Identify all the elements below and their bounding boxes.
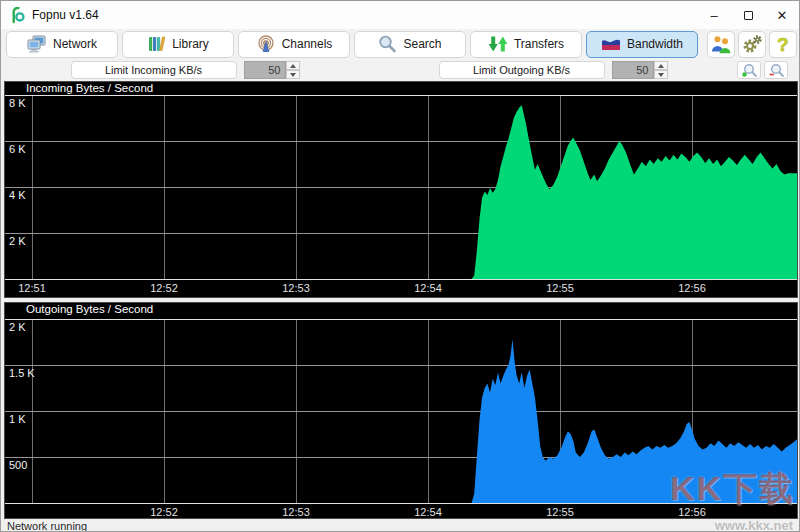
incoming-decrement-button[interactable] xyxy=(286,70,300,79)
users-icon xyxy=(711,35,732,54)
svg-text:12:52: 12:52 xyxy=(150,282,178,294)
settings-button[interactable] xyxy=(738,31,766,58)
window-title: Fopnu v1.64 xyxy=(32,8,99,22)
outgoing-limit-value[interactable]: 50 xyxy=(612,61,654,79)
search-label: Search xyxy=(403,37,441,51)
magnifier-plus-icon xyxy=(741,63,758,78)
help-button[interactable]: ? xyxy=(769,31,797,58)
svg-text:12:54: 12:54 xyxy=(414,506,442,518)
down-arrow-icon xyxy=(658,73,664,77)
zoom-in-button[interactable] xyxy=(737,61,761,79)
svg-text:2 K: 2 K xyxy=(9,235,26,247)
main-toolbar: Network Library Channels xyxy=(1,29,799,59)
transfers-button[interactable]: Transfers xyxy=(470,31,582,58)
svg-text:8 K: 8 K xyxy=(9,97,26,109)
library-label: Library xyxy=(172,37,209,51)
network-button[interactable]: Network xyxy=(6,31,118,58)
bandwidth-label: Bandwidth xyxy=(627,37,683,51)
svg-text:12:55: 12:55 xyxy=(546,282,574,294)
svg-text:500: 500 xyxy=(9,459,27,471)
incoming-limit-value[interactable]: 50 xyxy=(244,61,286,79)
transfers-icon xyxy=(488,35,508,53)
outgoing-decrement-button[interactable] xyxy=(654,70,668,79)
svg-text:4 K: 4 K xyxy=(9,189,26,201)
down-arrow-icon xyxy=(290,73,296,77)
svg-text:6 K: 6 K xyxy=(9,143,26,155)
fopnu-window: Fopnu v1.64 – ✕ Network xyxy=(0,0,800,532)
search-button[interactable]: Search xyxy=(354,31,466,58)
transfers-label: Transfers xyxy=(514,37,564,51)
svg-text:12:56: 12:56 xyxy=(678,282,706,294)
svg-text:1 K: 1 K xyxy=(9,413,26,425)
network-icon xyxy=(27,35,47,53)
svg-text:12:51: 12:51 xyxy=(18,282,46,294)
gears-icon xyxy=(742,35,763,54)
library-icon xyxy=(147,35,166,53)
close-button[interactable]: ✕ xyxy=(765,1,799,29)
limit-incoming-button[interactable]: Limit Incoming KB/s xyxy=(71,61,237,79)
svg-text:12:53: 12:53 xyxy=(282,506,310,518)
channels-label: Channels xyxy=(282,37,333,51)
zoom-out-button[interactable] xyxy=(764,61,788,79)
minimize-button[interactable]: – xyxy=(697,1,731,29)
network-label: Network xyxy=(53,37,97,51)
outgoing-increment-button[interactable] xyxy=(654,61,668,70)
incoming-chart-title: Incoming Bytes / Second xyxy=(26,82,153,94)
users-button[interactable] xyxy=(707,31,735,58)
up-arrow-icon xyxy=(658,64,664,68)
bandwidth-button[interactable]: Bandwidth xyxy=(586,31,698,58)
outgoing-limit-spinner: 50 xyxy=(612,61,668,79)
network-status: Network running xyxy=(7,520,87,532)
channels-icon xyxy=(256,35,276,53)
svg-text:1.5 K: 1.5 K xyxy=(9,367,35,379)
incoming-limit-spinner: 50 xyxy=(244,61,300,79)
maximize-button[interactable] xyxy=(731,1,765,29)
limits-toolbar: Limit Incoming KB/s 50 Limit Outgoing KB… xyxy=(1,59,799,81)
outgoing-chart-panel: 2 K1.5 K1 K50012:5212:5312:5412:5512:56 … xyxy=(4,302,798,519)
help-icon: ? xyxy=(775,34,791,54)
channels-button[interactable]: Channels xyxy=(238,31,350,58)
title-bar: Fopnu v1.64 – ✕ xyxy=(1,1,799,29)
svg-text:12:55: 12:55 xyxy=(546,506,574,518)
magnifier-minus-icon xyxy=(768,63,785,78)
kkx-watermark: KK下载 xyxy=(670,466,795,512)
svg-text:12:53: 12:53 xyxy=(282,282,310,294)
incoming-chart: 8 K6 K4 K2 K12:5112:5212:5312:5412:5512:… xyxy=(5,82,797,297)
status-bar: Network running www.kkx.net xyxy=(1,519,799,532)
svg-text:?: ? xyxy=(777,34,789,54)
up-arrow-icon xyxy=(290,64,296,68)
svg-text:2 K: 2 K xyxy=(9,321,26,333)
svg-text:12:52: 12:52 xyxy=(150,506,178,518)
fopnu-logo-icon xyxy=(9,7,26,24)
svg-text:12:54: 12:54 xyxy=(414,282,442,294)
limit-outgoing-button[interactable]: Limit Outgoing KB/s xyxy=(439,61,605,79)
incoming-chart-panel: 8 K6 K4 K2 K12:5112:5212:5312:5412:5512:… xyxy=(4,81,798,298)
outgoing-chart-title: Outgoing Bytes / Second xyxy=(26,303,153,315)
search-icon xyxy=(378,35,397,53)
maximize-icon xyxy=(744,11,753,20)
bandwidth-icon xyxy=(601,37,621,51)
library-button[interactable]: Library xyxy=(122,31,234,58)
kkx-url-watermark: www.kkx.net xyxy=(715,518,793,532)
incoming-increment-button[interactable] xyxy=(286,61,300,70)
